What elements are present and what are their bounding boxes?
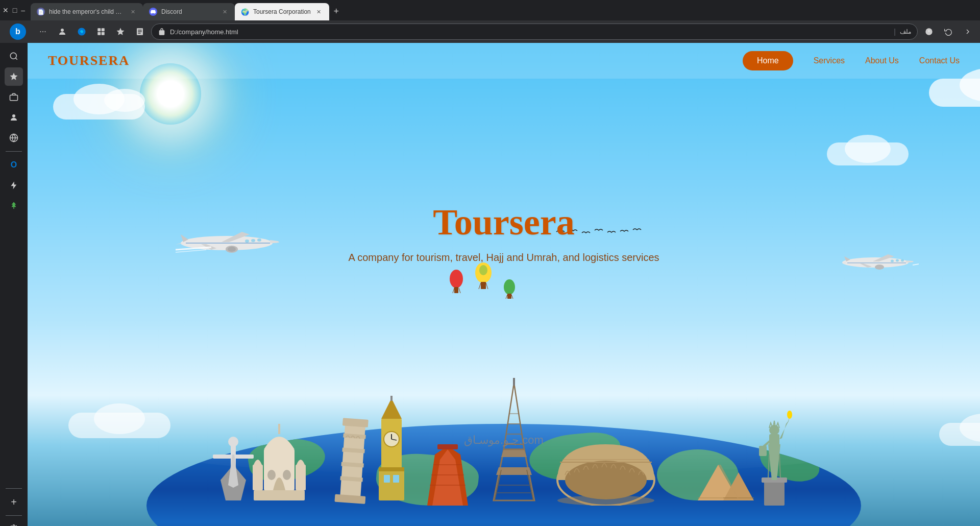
info-button[interactable] xyxy=(921,23,937,40)
minimize-btn[interactable]: – xyxy=(21,6,25,14)
tab-favicon-1: 📄 xyxy=(37,8,45,16)
svg-point-8 xyxy=(12,114,15,117)
svg-point-21 xyxy=(901,259,904,262)
svg-rect-7 xyxy=(10,95,18,101)
svg-point-19 xyxy=(891,260,894,262)
sidebar-lightning[interactable] xyxy=(5,176,23,195)
svg-point-45 xyxy=(283,470,291,480)
favorites-button[interactable] xyxy=(112,23,129,40)
sidebar-settings[interactable] xyxy=(5,520,23,526)
svg-rect-67 xyxy=(513,378,515,386)
hero-subtitle: A company for tourism, travel, Hajj and … xyxy=(274,252,733,264)
svg-point-0 xyxy=(61,29,64,32)
sidebar-separator-bottom xyxy=(6,488,22,489)
svg-rect-62 xyxy=(437,444,458,449)
webpage: TOURSERA Home Services About Us Contact … xyxy=(28,43,980,526)
svg-rect-3 xyxy=(97,32,101,35)
airplane-left xyxy=(170,222,283,262)
svg-point-15 xyxy=(257,238,261,242)
brand-logo[interactable]: TOURSERA xyxy=(48,53,130,68)
tab-close-2[interactable]: ✕ xyxy=(220,8,229,16)
svg-rect-59 xyxy=(379,467,404,471)
sidebar-bottom: + xyxy=(5,486,23,526)
svg-rect-43 xyxy=(278,424,280,434)
monument-valley xyxy=(422,414,473,506)
svg-point-13 xyxy=(245,240,249,243)
hero-section: Toursera A company for tourism, travel, … xyxy=(274,201,733,264)
tab-discord[interactable]: Discord ✕ xyxy=(143,3,235,20)
sidebar: O + xyxy=(0,43,28,526)
collections-button[interactable] xyxy=(93,23,109,40)
svg-rect-39 xyxy=(254,490,305,500)
landmarks-container xyxy=(198,312,810,516)
svg-point-38 xyxy=(228,437,238,447)
svg-line-31 xyxy=(486,283,488,289)
tab-bar: ✕ □ – 📄 hide the emperor's child 64 باثة… xyxy=(0,0,980,20)
sidebar-separator xyxy=(6,151,22,152)
profile-button[interactable] xyxy=(54,23,70,40)
svg-rect-2 xyxy=(102,28,105,31)
svg-rect-52 xyxy=(334,494,365,504)
maximize-btn[interactable]: □ xyxy=(13,6,17,14)
svg-line-30 xyxy=(479,283,481,289)
refresh-button[interactable] xyxy=(940,23,957,40)
svg-rect-71 xyxy=(764,480,785,506)
more-tools-button[interactable]: ··· xyxy=(35,23,51,40)
svg-point-44 xyxy=(267,470,276,480)
christ-redeemer xyxy=(213,414,254,506)
nav-contact-link[interactable]: Contact Us xyxy=(919,56,960,65)
svg-rect-61 xyxy=(393,475,399,483)
edge-logo[interactable] xyxy=(74,23,90,40)
tab-title-2: Discord xyxy=(161,8,216,15)
watermark: جـو.موسـاق.com xyxy=(464,434,544,447)
svg-rect-58 xyxy=(390,396,393,401)
nav-services-link[interactable]: Services xyxy=(814,56,845,65)
svg-rect-33 xyxy=(507,294,511,299)
sidebar-globe[interactable] xyxy=(5,129,23,147)
sidebar-separator-settings xyxy=(6,515,22,516)
svg-rect-1 xyxy=(97,28,101,31)
nav-home-button[interactable]: Home xyxy=(743,51,793,70)
svg-point-22 xyxy=(875,265,884,270)
pisa-tower xyxy=(332,402,375,507)
close-btn[interactable]: ✕ xyxy=(3,6,9,14)
svg-line-26 xyxy=(459,288,460,293)
tab-title-1: hide the emperor's child 64 باثة xyxy=(49,8,125,15)
address-divider: | xyxy=(894,28,896,36)
svg-line-25 xyxy=(453,288,454,293)
tab-close-1[interactable]: ✕ xyxy=(129,8,137,16)
svg-rect-76 xyxy=(759,446,767,456)
address-bar-container[interactable]: | ملف xyxy=(151,23,918,40)
hero-title: Toursera xyxy=(274,201,733,244)
sidebar-person[interactable] xyxy=(5,108,23,127)
airplane-right xyxy=(837,247,919,278)
web-content: TOURSERA Home Services About Us Contact … xyxy=(28,43,980,526)
taj-mahal xyxy=(249,414,310,506)
sidebar-tree[interactable] xyxy=(5,197,23,215)
tab-toursera[interactable]: 🌍 Toursera Corporation ✕ xyxy=(235,3,329,20)
sidebar-office[interactable]: O xyxy=(5,156,23,174)
address-arabic-label: ملف xyxy=(900,28,911,35)
reading-mode-button[interactable] xyxy=(132,23,148,40)
svg-point-32 xyxy=(504,279,515,295)
sidebar-favorites[interactable] xyxy=(5,67,23,86)
tab-hide-emperor[interactable]: 📄 hide the emperor's child 64 باثة ✕ xyxy=(31,3,143,20)
svg-line-35 xyxy=(511,295,513,299)
bing-logo[interactable]: b xyxy=(10,23,26,40)
tab-close-3[interactable]: ✕ xyxy=(315,8,323,16)
tab-title-3: Toursera Corporation xyxy=(253,8,311,15)
toolbar: b ··· xyxy=(0,20,980,43)
svg-point-28 xyxy=(479,265,487,275)
sidebar-search[interactable] xyxy=(5,47,23,65)
new-tab-button[interactable]: + xyxy=(329,4,344,18)
forward-button[interactable] xyxy=(960,23,976,40)
svg-rect-29 xyxy=(481,282,486,289)
svg-point-74 xyxy=(769,425,779,435)
url-input[interactable] xyxy=(170,28,890,36)
statue-liberty xyxy=(754,393,795,506)
svg-rect-60 xyxy=(384,475,390,483)
sidebar-add[interactable]: + xyxy=(5,493,23,511)
sidebar-briefcase[interactable] xyxy=(5,88,23,106)
nav-about-link[interactable]: About Us xyxy=(865,56,899,65)
svg-rect-4 xyxy=(102,32,105,35)
